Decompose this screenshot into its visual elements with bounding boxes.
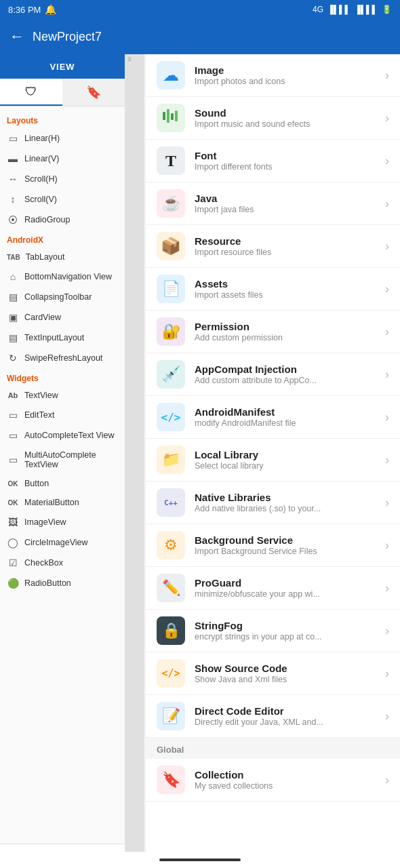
status-left: 8:36 PM 🔔 xyxy=(8,4,56,15)
svg-rect-3 xyxy=(175,111,178,121)
sidebar-content: Layouts ▭ Linear(H) ▬ Linear(V) ↔ Scroll… xyxy=(0,106,125,844)
stringfog-icon-bg: 🔒 xyxy=(157,616,185,645)
drawer-item-font[interactable]: T Font Import different fonts › xyxy=(146,140,400,182)
drawer-item-image[interactable]: ☁ Image Import photos and icons › xyxy=(146,54,400,97)
sidebar-item-edittext[interactable]: ▭ EditText xyxy=(0,405,125,425)
image-title: Image xyxy=(195,64,385,76)
directcodeeditor-text: Direct Code Editor Directly edit your Ja… xyxy=(195,705,385,727)
sidebar-item-autocompletetextview[interactable]: ▭ AutoCompleteText View xyxy=(0,425,125,446)
assets-title: Assets xyxy=(195,278,385,290)
tablayout-icon: TAB xyxy=(7,254,20,261)
drawer-item-collection[interactable]: 🔖 Collection My saved collections › xyxy=(146,759,400,802)
drawer-item-showsourcecode[interactable]: </> Show Source Code Show Java and Xml f… xyxy=(146,652,400,695)
battery-icon: 🔋 xyxy=(382,5,392,14)
sidebar-item-radiobutton[interactable]: 🟢 RadioButton xyxy=(0,573,125,593)
drawer-item-stringfog[interactable]: 🔒 StringFog encrypt strings in your app … xyxy=(146,610,400,652)
textview-icon: Ab xyxy=(7,391,19,399)
font-chevron: › xyxy=(385,154,389,168)
sidebar-item-circleimageview[interactable]: ◯ CircleImageView xyxy=(0,532,125,553)
drawer-item-appcompat[interactable]: 💉 AppCompat Injection Add custom attribu… xyxy=(146,353,400,396)
tablayout-label: TabLayout xyxy=(26,252,118,262)
view-tab-bar: VIEW xyxy=(0,54,125,79)
sidebar-item-scrollh[interactable]: ↔ Scroll(H) xyxy=(0,169,125,189)
font-subtitle: Import different fonts xyxy=(195,162,385,172)
tab-bookmark[interactable]: 🔖 xyxy=(62,79,125,106)
bottomnav-icon: ⌂ xyxy=(7,271,19,282)
sidebar-item-materialbutton[interactable]: OK MaterialButton xyxy=(0,493,125,512)
sidebar-item-imageview[interactable]: 🖼 ImageView xyxy=(0,512,125,532)
circleimageview-icon: ◯ xyxy=(7,537,19,548)
sidebar-item-checkbox[interactable]: ☑ CheckBox xyxy=(0,553,125,573)
sidebar-item-textview[interactable]: Ab TextView xyxy=(0,386,125,405)
sidebar-item-button[interactable]: OK Button xyxy=(0,474,125,493)
locallibrary-chevron: › xyxy=(385,453,389,467)
tab-palette[interactable]: 🛡 xyxy=(0,79,62,106)
sidebar-item-radiogroup[interactable]: ⦿ RadioGroup xyxy=(0,210,125,230)
collapsingtoolbar-label: CollapsingToolbar xyxy=(24,292,118,302)
drawer-item-proguard[interactable]: ✏️ ProGuard minimize/obfuscate your app … xyxy=(146,567,400,610)
permission-chevron: › xyxy=(385,325,389,339)
sidebar-item-linearv[interactable]: ▬ Linear(V) xyxy=(0,149,125,169)
materialbutton-label: MaterialButton xyxy=(24,498,118,507)
directcodeeditor-title: Direct Code Editor xyxy=(195,705,385,717)
palette-icon: 🛡 xyxy=(25,85,37,99)
sidebar-item-tablayout[interactable]: TAB TabLayout xyxy=(0,248,125,267)
cardview-label: CardView xyxy=(24,313,118,322)
drawer-item-locallibrary[interactable]: 📁 Local Library Select local library › xyxy=(146,439,400,481)
sidebar-item-textinputlayout[interactable]: ▤ TextInputLayout xyxy=(0,328,125,348)
androidmanifest-icon: </> xyxy=(161,411,181,424)
sidebar-item-collapsingtoolbar[interactable]: ▤ CollapsingToolbar xyxy=(0,287,125,307)
proguard-icon: ✏️ xyxy=(162,579,180,597)
drawer-item-nativelibraries[interactable]: C++ Native Libraries Add native librarie… xyxy=(146,481,400,524)
drawer-item-directcodeeditor[interactable]: 📝 Direct Code Editor Directly edit your … xyxy=(146,695,400,738)
drawer-item-assets[interactable]: 📄 Assets Import assets files › xyxy=(146,268,400,311)
sound-title: Sound xyxy=(195,107,385,119)
scrollh-icon: ↔ xyxy=(7,174,19,184)
assets-icon: 📄 xyxy=(162,280,180,298)
locallibrary-icon-bg: 📁 xyxy=(157,446,185,474)
textinputlayout-icon: ▤ xyxy=(7,332,19,343)
drawer-item-permission[interactable]: 🔐 Permission Add custom permission › xyxy=(146,311,400,353)
app-toolbar: ← NewProject7 xyxy=(0,19,400,54)
collection-chevron: › xyxy=(385,773,389,787)
sidebar-item-bottomnav[interactable]: ⌂ BottomNavigation View xyxy=(0,267,125,287)
sidebar-item-scrollv[interactable]: ↕ Scroll(V) xyxy=(0,189,125,210)
svg-rect-2 xyxy=(171,113,174,120)
sidebar-item-multiautocomplete[interactable]: ▭ MultiAutoComplete TextView xyxy=(0,446,125,474)
androidmanifest-title: AndroidManifest xyxy=(195,406,385,418)
button-icon: OK xyxy=(7,480,19,488)
drawer-item-resource[interactable]: 📦 Resource Import resource files › xyxy=(146,225,400,268)
linearv-icon: ▬ xyxy=(7,153,19,164)
radiobutton-label: RadioButton xyxy=(24,578,118,588)
nativelibraries-icon-bg: C++ xyxy=(157,488,185,517)
sidebar-item-linearh[interactable]: ▭ Linear(H) xyxy=(0,128,125,149)
back-button[interactable]: ← xyxy=(9,28,24,45)
image-icon-bg: ☁ xyxy=(157,61,185,90)
swiperefresh-label: SwipeRefreshLayout xyxy=(24,353,118,363)
radiogroup-label: RadioGroup xyxy=(24,215,118,224)
resource-title: Resource xyxy=(195,235,385,247)
backgroundservice-title: Background Service xyxy=(195,534,385,546)
permission-subtitle: Add custom permission xyxy=(195,333,385,342)
stringfog-text: StringFog encrypt strings in your app at… xyxy=(195,620,385,642)
textinputlayout-label: TextInputLayout xyxy=(24,333,118,342)
sound-subtitle: Import music and sound efects xyxy=(195,119,385,129)
drawer-item-sound[interactable]: Sound Import music and sound efects › xyxy=(146,97,400,140)
showsourcecode-icon: </> xyxy=(161,667,180,679)
drawer-item-backgroundservice[interactable]: ⚙ Background Service Import Background S… xyxy=(146,524,400,567)
directcodeeditor-icon: 📝 xyxy=(162,707,180,725)
time: 8:36 PM xyxy=(8,5,41,15)
backgroundservice-subtitle: Import Background Service Files xyxy=(195,547,385,556)
resource-icon-bg: 📦 xyxy=(157,232,185,260)
scrollv-icon: ↕ xyxy=(7,194,19,205)
sidebar-item-cardview[interactable]: ▣ CardView xyxy=(0,307,125,328)
permission-title: Permission xyxy=(195,321,385,332)
showsourcecode-chevron: › xyxy=(385,667,389,681)
sidebar-item-swiperefresh[interactable]: ↻ SwipeRefreshLayout xyxy=(0,348,125,368)
drawer-item-java[interactable]: ☕ Java Import java files › xyxy=(146,182,400,225)
androidmanifest-chevron: › xyxy=(385,410,389,425)
stringfog-chevron: › xyxy=(385,624,389,638)
directcodeeditor-chevron: › xyxy=(385,709,389,724)
drawer-item-androidmanifest[interactable]: </> AndroidManifest modify AndroidManife… xyxy=(146,396,400,439)
java-text: Java Import java files xyxy=(195,193,385,214)
